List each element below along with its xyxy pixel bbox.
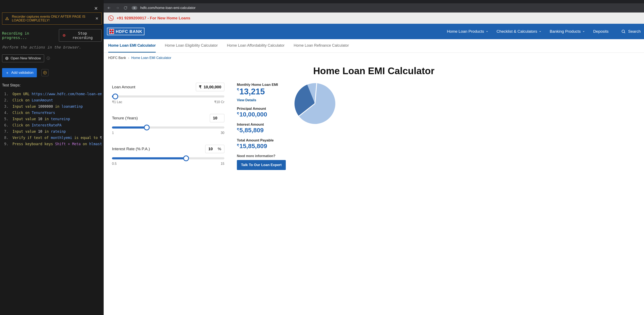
svg-point-7 (45, 73, 46, 73)
svg-point-5 (43, 71, 46, 74)
tune-icon (133, 7, 136, 9)
interest-rate-slider[interactable] (112, 157, 224, 159)
globe-icon (5, 57, 8, 60)
record-icon (63, 34, 65, 37)
test-step[interactable]: Press keyboard keys Shift + Meta on hlma… (2, 141, 102, 147)
test-step[interactable]: Input value 10 in rateinp (2, 128, 102, 135)
stop-recording-label: Stop recording (68, 31, 98, 40)
recorder-instruction: Perform the actions in the browser. (2, 45, 102, 49)
nav-search[interactable]: Search (621, 29, 641, 34)
loan-amount-label: Loan Amount (112, 85, 135, 89)
notice-close-icon[interactable]: ✕ (95, 16, 98, 21)
percent-label: % (218, 147, 221, 151)
nav-checklist-calculators[interactable]: Checklist & Calculators (497, 29, 542, 34)
notice-text: Recorder captures events ONLY AFTER PAGE… (12, 15, 92, 22)
recorder-panel: ✕ Recorder captures events ONLY AFTER PA… (0, 0, 104, 315)
add-validation-button[interactable]: ＋ Add validation (2, 68, 37, 77)
cookie-icon (43, 71, 47, 75)
nav-deposits[interactable]: Deposits (593, 29, 608, 34)
emi-value: ₹13,215 (237, 87, 286, 96)
test-step[interactable]: Input value 10 in tenureinp (2, 116, 102, 122)
add-validation-label: Add validation (11, 71, 34, 75)
test-step[interactable]: Click on InterestRatePA (2, 122, 102, 128)
field-tenure: Tenure (Years) 10 130 (112, 114, 224, 135)
loan-amount-slider[interactable] (112, 95, 224, 98)
range-min: 0.5 (112, 162, 116, 166)
site-info-chip[interactable] (132, 6, 138, 10)
svg-point-15 (622, 30, 624, 33)
tab-affordability-calculator[interactable]: Home Loan Affordability Calculator (227, 39, 284, 53)
interest-value: ₹5,85,809 (237, 127, 286, 134)
chevron-down-icon (486, 30, 488, 33)
url-zone[interactable]: hdfc.com/home-loan-emi-calculator (132, 6, 196, 10)
phone-icon (108, 16, 114, 21)
test-step[interactable]: Click on LoanAmount (2, 97, 102, 103)
svg-point-14 (134, 8, 134, 9)
calculator: Loan Amount ₹10,00,000 ₹1 Lac₹10 Cr Tenu… (104, 83, 644, 176)
brand-logo[interactable]: HDFC BANK (107, 28, 144, 35)
test-step[interactable]: Verify if text of monthlyemi is equal to… (2, 135, 102, 141)
warning-icon (5, 17, 9, 21)
tab-refinance-calculator[interactable]: Home Loan Refinance Calculator (294, 39, 349, 53)
interest-rate-input[interactable]: 10% (205, 145, 224, 153)
close-icon[interactable]: ✕ (94, 6, 98, 11)
breadcrumb-root[interactable]: HDFC Bank (108, 56, 126, 60)
test-step[interactable]: Click on TenureYears (2, 110, 102, 116)
chevron-right-icon: › (128, 56, 129, 60)
recording-status: Recording in progress... (2, 31, 54, 40)
test-step[interactable]: Open URL https://www.hdfc.com/home-loan-… (2, 91, 102, 97)
open-new-window-button[interactable]: Open New Window (2, 54, 44, 62)
tenure-input[interactable]: 10 (210, 114, 224, 122)
svg-line-16 (624, 32, 625, 33)
tab-eligibility-calculator[interactable]: Home Loan Eligibility Calculator (165, 39, 218, 53)
nav-home-loan-products[interactable]: Home Loan Products (447, 29, 488, 34)
field-loan-amount: Loan Amount ₹10,00,000 ₹1 Lac₹10 Cr (112, 83, 224, 104)
slider-thumb[interactable] (144, 125, 150, 130)
promo-banner: +91 9289200017 - For New Home Loans (104, 13, 644, 24)
nav-banking-products[interactable]: Banking Products (550, 29, 585, 34)
range-max: 15 (221, 162, 224, 166)
brand-name: HDFC BANK (116, 29, 142, 34)
payable-pie-chart (294, 83, 336, 124)
svg-point-8 (44, 73, 45, 74)
talk-to-expert-button[interactable]: Talk To Our Loan Expert (237, 160, 286, 170)
promo-text[interactable]: +91 9289200017 - For New Home Loans (116, 16, 190, 21)
brand-mark-icon (109, 29, 114, 34)
nav-back-icon[interactable] (107, 6, 111, 10)
loan-amount-input[interactable]: ₹10,00,000 (196, 83, 224, 91)
range-max: 30 (221, 131, 224, 135)
nav-search-label: Search (628, 29, 641, 34)
svg-point-6 (44, 72, 45, 73)
browser-tabbar (104, 0, 644, 3)
slider-thumb[interactable] (183, 155, 189, 161)
tenure-label: Tenure (Years) (112, 116, 138, 120)
range-min: ₹1 Lac (112, 100, 122, 104)
recorder-notice: Recorder captures events ONLY AFTER PAGE… (2, 13, 102, 25)
interest-label: Interest Amount (237, 123, 286, 127)
plus-icon: ＋ (6, 70, 9, 75)
browser-window: hdfc.com/home-loan-emi-calculator +91 92… (104, 0, 644, 315)
calculator-inputs: Loan Amount ₹10,00,000 ₹1 Lac₹10 Cr Tenu… (112, 83, 224, 176)
field-interest-rate: Interest Rate (% P.A.) 10% 0.515 (112, 145, 224, 166)
stop-recording-button[interactable]: Stop recording (59, 29, 102, 42)
chevron-down-icon (539, 30, 542, 33)
breadcrumb: HDFC Bank › Home Loan EMI Calculator (104, 53, 644, 60)
tenure-slider[interactable] (112, 126, 224, 129)
rupee-icon: ₹ (237, 112, 239, 116)
info-icon[interactable]: ⓘ (46, 56, 50, 61)
principal-label: Principal Amount (237, 107, 286, 111)
svg-point-13 (135, 8, 135, 8)
slider-thumb[interactable] (112, 94, 118, 99)
nav-reload-icon[interactable] (124, 6, 128, 10)
view-details-link[interactable]: View Details (237, 98, 286, 102)
calculator-results: Monthly Home Loan EMI ₹13,215 View Detai… (237, 83, 636, 176)
test-step[interactable]: Input value 1000000 in loanamtinp (2, 103, 102, 110)
nav-forward-icon[interactable] (115, 6, 120, 10)
url-text: hdfc.com/home-loan-emi-calculator (140, 6, 196, 10)
need-more-label: Need more information? (237, 154, 286, 158)
open-new-window-label: Open New Window (10, 56, 41, 60)
tab-emi-calculator[interactable]: Home Loan EMI Calculator (108, 39, 156, 53)
svg-point-12 (134, 7, 134, 8)
main-nav: HDFC BANK Home Loan Products Checklist &… (104, 24, 644, 39)
cookie-button[interactable] (42, 69, 48, 76)
